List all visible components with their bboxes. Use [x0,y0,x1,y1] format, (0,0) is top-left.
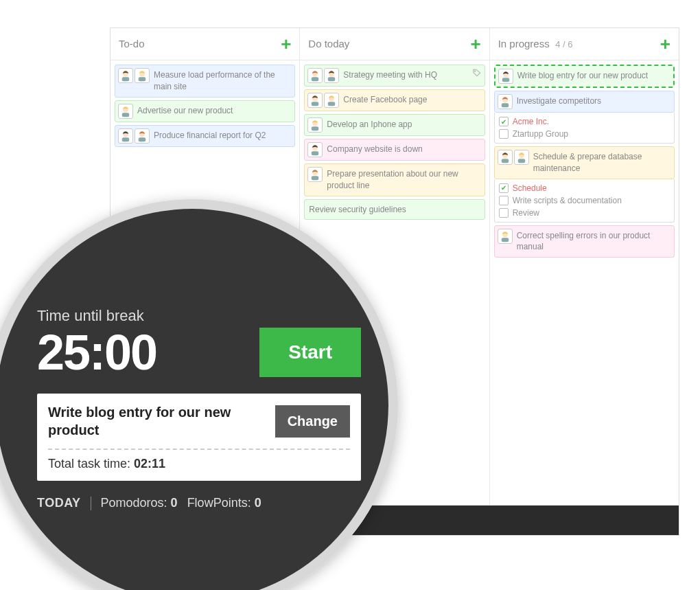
avatar [118,68,133,83]
total-task-time: Total task time: 02:11 [48,457,350,471]
timer-value: 25:00 [37,328,156,377]
avatar [324,68,339,83]
task-card[interactable]: Prepare presentation about our new produ… [304,163,485,196]
svg-rect-1 [122,77,130,81]
svg-point-14 [474,71,475,71]
checkbox-icon[interactable] [499,183,509,193]
checkbox-icon[interactable] [499,208,509,218]
assignee-avatars [118,68,150,83]
today-label: TODAY [37,496,81,510]
avatar [307,167,323,182]
column-title: To-do [119,38,145,49]
avatar [118,128,133,144]
svg-rect-13 [328,77,336,81]
card-text: Create Facebook page [342,93,481,107]
add-card-icon[interactable]: + [281,35,291,53]
avatar [307,68,323,83]
column-header: To-do+ [110,28,299,60]
svg-rect-30 [501,159,509,163]
card-list: Strategy meeting with HQCreate Facebook … [300,60,489,224]
assignee-avatars [307,93,339,108]
task-card[interactable]: Advertise our new product [115,100,295,122]
current-task-box: Write blog entry for our new product Cha… [37,394,361,481]
svg-rect-7 [122,137,130,141]
today-stats: TODAY Pomodoros: 0 FlowPoints: 0 [37,496,361,510]
task-card[interactable]: Create Facebook page [304,89,485,111]
svg-rect-34 [501,238,509,242]
card-text: Review security guidelines [307,203,481,217]
avatar [498,69,513,84]
avatar [118,104,133,119]
avatar [498,94,513,109]
task-card[interactable]: Review security guidelines [304,199,485,220]
tag-icon [472,68,482,78]
start-button[interactable]: Start [259,328,361,377]
add-card-icon[interactable]: + [660,35,670,53]
task-card[interactable]: Measure load performance of the main sit… [115,65,295,98]
checkbox-icon[interactable] [499,129,509,139]
column-header: In progress 4 / 6+ [490,28,679,60]
task-card[interactable]: Develop an Iphone app [304,114,485,136]
avatar [307,93,323,108]
flowpoints-stat: FlowPoints: 0 [187,496,261,510]
assignee-avatars [498,69,513,84]
task-card[interactable]: Company website is down [304,139,485,161]
assignee-avatars [307,68,339,83]
column-title: Do today [308,38,349,49]
assignee-avatars [118,128,150,144]
assignee-avatars [498,229,513,244]
task-card[interactable]: Correct spelling errors in our product m… [494,225,675,258]
assignee-avatars [118,104,133,119]
card-list: Write blog entry for our new productInve… [490,60,679,262]
timer-label: Time until break [37,307,361,325]
task-card[interactable]: Schedule & prepare database maintenance [494,146,675,179]
subtask[interactable]: Schedule [499,182,670,194]
column-header: Do today+ [300,28,489,60]
current-task-title: Write blog entry for our new product [48,403,267,439]
assignee-avatars [307,167,323,182]
svg-rect-26 [502,78,509,82]
add-card-icon[interactable]: + [470,35,480,53]
subtask-label: Ztartupp Group [513,129,568,139]
task-card[interactable]: Investigate competitors [494,91,675,113]
assignee-avatars [498,150,529,165]
avatar [498,229,513,244]
checkbox-icon[interactable] [499,196,509,205]
change-button[interactable]: Change [275,405,350,438]
subtask[interactable]: Review [499,207,670,219]
subtask[interactable]: Write scripts & documentation [499,194,670,207]
avatar [307,142,323,157]
card-text: Produce financial report for Q2 [152,128,292,143]
card-text: Schedule & prepare database maintenance [532,150,671,176]
pomodoros-stat: Pomodoros: 0 [101,496,178,510]
card-text: Correct spelling errors in our product m… [515,229,671,255]
checkbox-icon[interactable] [499,117,509,126]
assignee-avatars [498,94,513,109]
avatar [324,93,339,108]
assignee-avatars [307,142,323,157]
subtask[interactable]: Acme Inc. [499,115,670,128]
card-text: Investigate competitors [515,94,671,109]
task-card[interactable]: Strategy meeting with HQ [304,65,485,87]
subtask-list: Acme Inc.Ztartupp Group [494,113,675,144]
card-text: Write blog entry for our new product [516,69,670,83]
svg-rect-20 [312,126,319,131]
avatar [307,117,323,133]
svg-rect-32 [517,159,525,163]
svg-rect-22 [312,151,319,155]
card-text: Measure load performance of the main sit… [152,68,292,94]
svg-rect-24 [312,176,319,180]
column-title: In progress [498,38,550,49]
svg-rect-16 [312,102,319,106]
svg-rect-5 [122,113,130,117]
avatar [135,68,150,83]
subtask-label: Schedule [513,183,547,193]
subtask-list: ScheduleWrite scripts & documentationRev… [494,179,675,223]
card-text: Prepare presentation about our new produ… [325,167,481,193]
svg-rect-18 [328,102,336,106]
subtask-label: Acme Inc. [513,117,549,126]
subtask[interactable]: Ztartupp Group [499,128,670,140]
column-in-progress: In progress 4 / 6+Write blog entry for o… [490,28,679,505]
task-card[interactable]: Produce financial report for Q2 [115,125,295,147]
task-card[interactable]: Write blog entry for our new product [494,65,675,88]
